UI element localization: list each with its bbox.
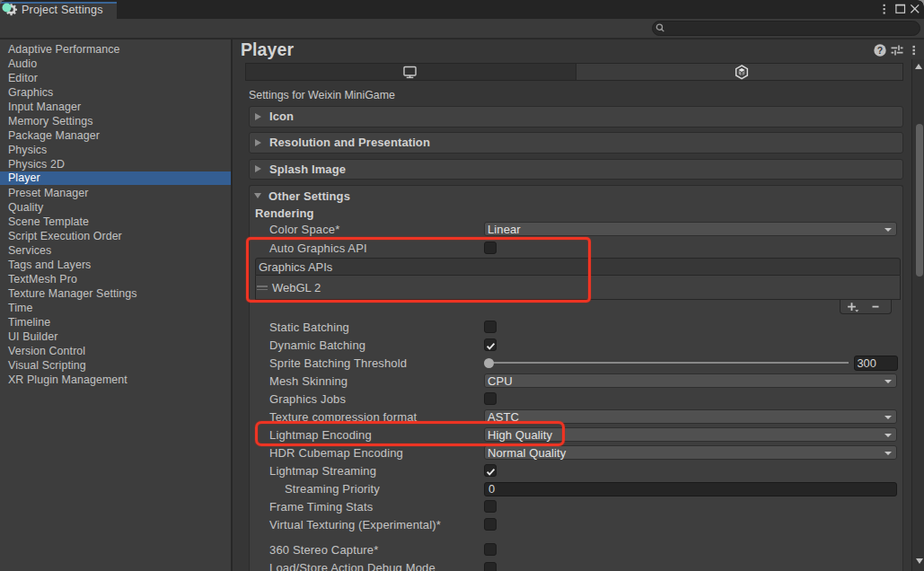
svg-text:?: ? (877, 45, 883, 56)
